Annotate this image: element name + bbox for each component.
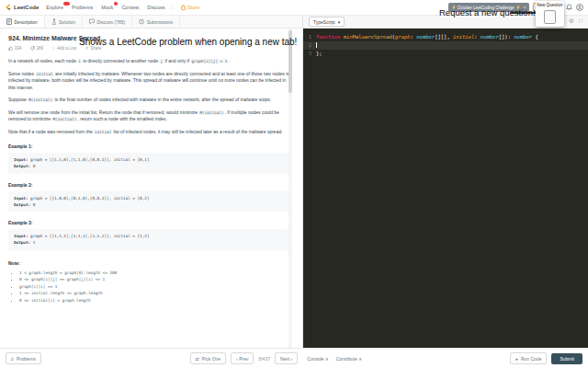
inline-code: initial [35,72,53,76]
inline-code: M(initial) [199,110,225,115]
notification-badge [114,2,118,6]
example-label-2: Example 2: [8,182,289,188]
thumb-up-icon [8,46,13,51]
annotation-new-tab: Shows a LeetCode problem when opening a … [79,37,297,47]
thumb-down-icon [30,46,35,51]
line-number: 2 [303,41,316,50]
code-line-2[interactable]: 2 [303,41,588,50]
history-icon [139,18,144,25]
user-avatar-icon[interactable] [576,4,583,11]
constraint-item: 1 < graph.length = graph[0].length <= 30… [19,270,289,275]
chat-icon [89,18,95,25]
inline-code: M(initial) [52,117,78,121]
inline-code: initial [94,130,112,134]
gear-icon[interactable]: ⚙ [569,18,574,25]
example-label-3: Example 3: [8,220,289,225]
bottom-bar: ≡ Problems ⇄ Pick One ‹ Prev 8/437 Next … [0,348,588,368]
pick-one-button[interactable]: ⇄ Pick One [190,352,227,364]
nav-item-store[interactable]: Store [181,5,199,10]
tab-label: Submissions [147,19,173,25]
submit-button[interactable]: Submit [551,353,582,364]
extension-square-icon[interactable] [544,10,556,24]
inline-code: i [77,59,82,63]
heart-icon: ♡ [51,46,55,51]
nav-item-problems[interactable]: Problems [72,5,93,10]
hamburger-icon: ≡ [11,356,14,362]
problem-description: In a network of nodes, each node i is di… [8,58,289,135]
play-icon: ▸ [515,356,518,362]
inline-code: j [159,59,164,63]
inline-code: M(initial) [28,98,53,102]
like-button[interactable]: 334 [8,46,22,51]
extension-popup: New Question [536,1,564,27]
shopping-bag-icon [181,5,186,10]
constraint-item: 0 <= graph[i][j] == graph[j][i] <= 1 [19,277,289,282]
footer-links: Console ∧ Contribute ∧ [307,356,362,362]
document-icon [6,18,12,25]
nav-item-mock[interactable]: Mock [101,5,113,10]
line-number: 3 [303,50,316,58]
language-select[interactable]: TypeScript ▾ [309,17,345,27]
example-block-1: Input: graph = [[1,1,0],[1,1,0],[0,0,1]]… [8,153,289,174]
description-paragraph: Note that if a node was removed from the… [8,129,289,136]
shuffle-icon: ⇄ [196,356,199,362]
problem-nav-group: ⇄ Pick One ‹ Prev 8/437 Next › [190,352,299,364]
prev-button[interactable]: ‹ Prev [231,352,254,364]
note-label: Note: [8,260,289,266]
tab-label: Description [15,19,38,25]
example-block-2: Input: graph = [[1,0,0],[0,1,0],[0,0,1]]… [8,191,289,213]
fullscreen-icon[interactable]: ∷ [579,18,582,25]
example-block-3: Input: graph = [[1,1,1],[1,1,1],[1,1,1]]… [8,229,289,250]
code-line-1[interactable]: 1function minMalwareSpread(graph: number… [303,33,588,41]
tab-description[interactable]: Description [0,16,45,28]
nav-item-explore[interactable]: Explore [46,5,63,10]
chevron-up-icon: ∧ [358,356,362,362]
contribute-toggle[interactable]: Contribute ∧ [336,356,362,362]
nav-item-discuss[interactable]: Discuss [147,5,164,10]
dislike-button[interactable]: 289 [30,46,44,51]
constraint-item: 0 <= initial[i] < graph.length [19,298,289,303]
add-to-list-button[interactable]: ♡ Add to List [51,46,76,51]
nav-links: ExploreProblemsMockContestDiscuss [46,5,164,10]
description-paragraph: We will remove one node from the initial… [8,109,289,123]
constraint-item: graph[i][i] == 1 [19,284,289,289]
example-label-1: Example 1: [8,144,289,149]
problem-counter: 8/437 [258,356,270,362]
code-editor[interactable]: 1function minMalwareSpread(graph: number… [303,29,588,348]
problem-content: 924. Minimize Malware Spread 334 289 ♡ A… [0,29,291,348]
tab-discuss[interactable]: Discuss (785) [83,16,132,28]
problem-tabbar: DescriptionSolutionDiscuss (785)Submissi… [0,16,302,29]
leetcode-app: LeetCode ExploreProblemsMockContestDiscu… [0,0,588,368]
description-paragraph: Suppose M(initial) is the final number o… [8,97,289,104]
chevron-up-icon: ∧ [325,356,329,362]
extension-popup-title: New Question [537,3,563,8]
code-line-3[interactable]: 3}; [303,50,588,58]
editor-panel: TypeScript ▾ ↺ ⚙ ∷ 1function minMalwareS… [303,16,588,348]
description-paragraph: In a network of nodes, each node i is di… [8,58,289,65]
tab-label: Discuss (785) [97,19,126,25]
problems-button[interactable]: ≡ Problems [6,352,41,364]
console-toggle[interactable]: Console ∧ [307,356,328,362]
tab-solution[interactable]: Solution [45,16,84,28]
scrollbar[interactable] [288,29,292,348]
constraints-list: 1 < graph.length = graph[0].length <= 30… [19,270,289,303]
code-text: }; [316,50,322,58]
problem-panel: DescriptionSolutionDiscuss (785)Submissi… [0,16,303,348]
run-code-button[interactable]: ▸ Run Code [510,352,547,364]
problem-examples: Example 1:Input: graph = [[1,1,0],[1,1,0… [8,144,289,250]
line-number: 1 [303,33,316,41]
nav-item-contest[interactable]: Contest [121,5,139,10]
code-text [316,41,317,50]
brand-text: LeetCode [14,5,39,10]
bell-icon[interactable] [566,4,572,11]
footer-actions: ▸ Run Code Submit [510,352,582,364]
text-cursor [316,42,317,48]
leetcode-logo[interactable]: LeetCode [5,4,39,11]
inline-code: graph[i][j] = 1 [191,59,229,63]
next-button[interactable]: Next › [275,352,298,364]
chevron-down-icon: ▾ [338,19,341,25]
notification-badge [63,2,70,6]
flask-icon [51,18,57,25]
tab-submissions[interactable]: Submissions [132,16,180,28]
tab-label: Solution [59,19,75,25]
